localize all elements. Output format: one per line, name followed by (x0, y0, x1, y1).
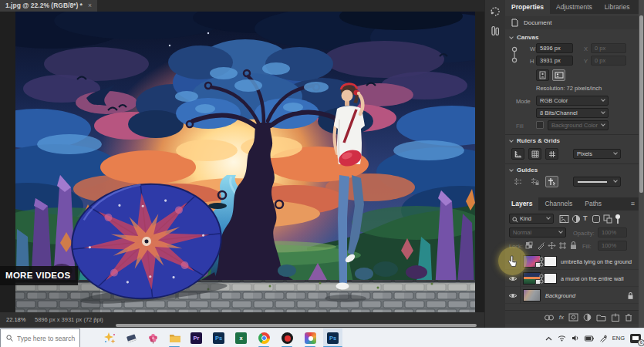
filter-adjustment-layers-icon[interactable] (572, 214, 581, 224)
visibility-eye-icon[interactable] (505, 287, 521, 304)
collapse-chevron-icon (509, 167, 514, 172)
mode-label: Mode (516, 98, 531, 105)
lock-transparency-icon[interactable] (525, 241, 534, 250)
rulers-toggle-button[interactable] (511, 148, 524, 160)
new-guide-layout-button[interactable] (545, 176, 558, 187)
document-tab[interactable]: 1.jpg @ 22.2% (RGB/8*) *× (0, 0, 97, 12)
file-explorer-icon[interactable] (167, 331, 182, 345)
add-adjustment-icon[interactable] (583, 313, 592, 322)
show-guides-button[interactable] (511, 176, 524, 187)
language-indicator[interactable]: ENG (612, 335, 625, 342)
width-field[interactable]: 5896 px (536, 43, 573, 53)
blend-mode-select: Normal (509, 227, 566, 238)
link-dimensions-icon[interactable] (511, 46, 518, 63)
layer-mask-thumbnail[interactable] (544, 273, 557, 284)
panel-scrollbar[interactable] (639, 0, 644, 328)
flower-app-icon[interactable] (146, 331, 160, 345)
pen-icon[interactable] (599, 335, 607, 342)
filter-kind-select[interactable]: Kind (509, 214, 554, 224)
lock-position-icon[interactable] (548, 241, 556, 250)
filter-type-layers-icon[interactable]: T (583, 214, 588, 222)
status-arrow-icon[interactable]: › (94, 315, 96, 322)
volume-icon[interactable] (572, 335, 579, 342)
tab-libraries[interactable]: Libraries (598, 0, 636, 14)
tab-close-icon[interactable]: × (88, 2, 92, 9)
screen-recorder-icon[interactable] (280, 331, 295, 345)
layer-effects-icon[interactable]: fx (559, 314, 564, 321)
search-icon (512, 217, 518, 223)
horizontal-scrollbar[interactable] (116, 324, 477, 327)
photoshop-active-tile[interactable]: Ps (323, 328, 342, 347)
panel-scrollbar-thumb[interactable] (639, 15, 643, 193)
lock-all-icon[interactable] (569, 241, 578, 250)
filter-toggle-pin-icon[interactable] (615, 214, 621, 224)
width-label: W (530, 45, 535, 52)
layer-thumbnail[interactable] (523, 272, 541, 285)
photoshop-app-icon[interactable]: Ps (211, 331, 226, 345)
network-icon[interactable] (558, 335, 566, 342)
rulers-grids-header[interactable]: Rulers & Grids (510, 137, 560, 144)
notebook-app-icon[interactable] (124, 331, 139, 345)
height-label: H (530, 58, 534, 65)
ruler-units-value: Pixels (577, 150, 592, 157)
fill-checkbox[interactable] (536, 121, 544, 129)
taskbar-search[interactable] (0, 328, 80, 347)
document-type-label: Document (524, 19, 551, 26)
tray-expand-chevron-icon[interactable] (545, 336, 552, 341)
lock-guides-button[interactable] (528, 176, 541, 187)
copilot-icon[interactable] (103, 331, 117, 345)
guides-header[interactable]: Guides (510, 167, 538, 174)
guide-style-select[interactable] (573, 177, 621, 187)
search-input[interactable] (17, 335, 79, 342)
excel-icon[interactable]: x (234, 331, 248, 345)
layer-row-background[interactable]: Background (505, 287, 639, 304)
premiere-pro-icon[interactable]: Pr (189, 331, 204, 345)
tab-layers[interactable]: Layers (505, 197, 538, 211)
notification-glyph (632, 336, 639, 340)
layer-name[interactable]: a mural on the entire wall (561, 275, 624, 282)
layer-mask-thumbnail[interactable] (544, 256, 557, 267)
layer-name[interactable]: Background (545, 292, 575, 299)
layer-row-mural[interactable]: a mural on the entire wall (505, 270, 639, 287)
layers-menu-icon[interactable]: ≡ (627, 197, 639, 211)
tab-channels[interactable]: Channels (538, 197, 578, 211)
battery-icon[interactable] (585, 335, 594, 342)
background-lock-icon[interactable] (627, 291, 634, 300)
canvas-viewport[interactable]: MORE VIDEOS (0, 12, 484, 312)
new-group-icon[interactable] (596, 313, 606, 322)
filter-smart-objects-icon[interactable] (603, 214, 612, 224)
add-mask-icon[interactable] (568, 313, 578, 322)
tab-properties[interactable]: Properties (505, 0, 550, 14)
zoom-level[interactable]: 22.18% (6, 316, 25, 323)
color-mode-select[interactable]: RGB Color (536, 96, 609, 106)
pavement (15, 280, 475, 312)
filter-pixel-layers-icon[interactable] (559, 214, 569, 224)
section-divider (505, 134, 639, 135)
history-panel-icon[interactable] (487, 3, 504, 19)
canvas-section-header[interactable]: Canvas (510, 34, 538, 41)
filter-shape-layers-icon[interactable] (592, 214, 601, 224)
chrome-icon[interactable] (257, 331, 271, 345)
more-videos-overlay[interactable]: MORE VIDEOS (0, 266, 78, 285)
landscape-orientation-button[interactable] (552, 69, 565, 81)
bit-depth-select[interactable]: 8 Bits/Channel (536, 108, 609, 118)
system-tray: ENG 6 (545, 328, 641, 347)
tab-paths[interactable]: Paths (578, 197, 608, 211)
grid-toggle-button[interactable] (528, 148, 541, 160)
lock-artboard-icon[interactable] (558, 241, 567, 250)
lock-pixels-icon[interactable] (537, 241, 545, 250)
height-field[interactable]: 3931 px (536, 56, 573, 66)
layer-thumbnail[interactable] (523, 289, 541, 302)
new-layer-icon[interactable] (611, 313, 620, 322)
layer-name[interactable]: umbrella lying on the ground (561, 258, 632, 265)
photos-app-icon[interactable] (303, 331, 318, 345)
snap-grid-button[interactable] (545, 148, 558, 160)
tab-adjustments[interactable]: Adjustments (550, 0, 598, 14)
portrait-orientation-button[interactable] (536, 69, 549, 81)
delete-layer-icon[interactable] (625, 313, 632, 322)
layers-tab-bar: Layers Channels Paths ≡ (505, 197, 639, 211)
ruler-units-select[interactable]: Pixels (573, 149, 621, 159)
action-center-icon[interactable]: 6 (630, 334, 641, 343)
brushes-panel-icon[interactable] (487, 22, 504, 39)
link-layers-icon[interactable] (544, 314, 555, 322)
